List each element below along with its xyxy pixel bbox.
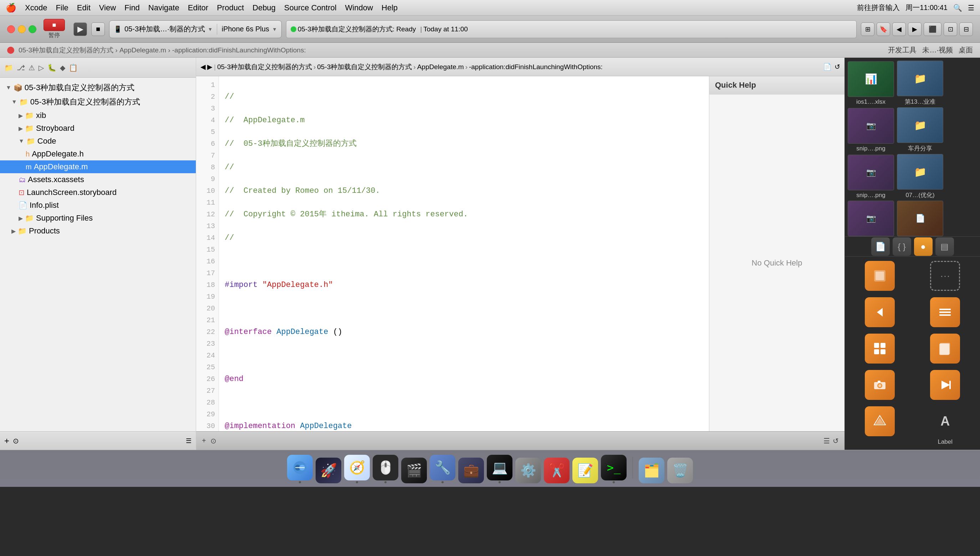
add-file-button[interactable]: + [4,436,9,446]
lib-btn-file[interactable]: 📄 [871,238,890,256]
lib-btn-media[interactable]: ▤ [935,238,954,256]
layout-btn[interactable]: ⬛ [924,23,941,36]
menu-view[interactable]: View [99,3,116,13]
jump-path-2[interactable]: 05-3种加载自定义控制器的方式 [317,62,412,72]
git-icon[interactable]: ⎇ [17,63,25,72]
navigator-toggle[interactable]: ⊞ [861,23,875,36]
lib-item-collectionview[interactable] [849,334,910,366]
dock-safari[interactable]: 🧭 [344,455,370,483]
thumb-item-3[interactable]: 📷 snip….png [848,108,894,152]
lib-item-camera[interactable] [849,370,910,402]
menu-file[interactable]: File [56,3,68,13]
jump-nav-next[interactable]: ▶ [207,63,212,71]
bottom-nav-icon[interactable]: ☰ [823,436,830,445]
jump-path-3[interactable]: AppDelegate.m [417,63,464,71]
dock-sysprefs[interactable]: ⚙️ [515,457,541,483]
test-icon[interactable]: ▷ [39,63,44,72]
jump-new-tab[interactable]: 📄 [823,63,832,71]
thumb-item-7[interactable]: 📷 snip….png [848,200,894,236]
jump-nav-prev[interactable]: ◀ [201,63,206,71]
jump-path-1[interactable]: 05-3种加载自定义控制器的方式 [217,62,312,72]
dock-mouse[interactable]: 🖱️ [373,455,398,483]
lib-item-back[interactable] [849,297,910,329]
warning-icon[interactable]: ⚠ [29,63,35,72]
menu-window[interactable]: Window [345,3,373,13]
tree-appdel-h[interactable]: h AppDelegate.h [0,147,196,160]
maximize-button[interactable] [29,25,36,33]
assistant-btn[interactable]: ⊡ [944,23,957,36]
tree-appdel-m[interactable]: m AppDelegate.m [0,160,196,173]
dock-apps[interactable]: 💼 [458,457,484,483]
thumb-item-4[interactable]: 📁 车丹分享 [897,107,943,152]
dock-terminal2[interactable]: >_ [601,455,627,483]
filter-bottom-icon[interactable]: ⊙ [211,436,217,445]
search-icon[interactable]: 🔍 [953,3,962,12]
scheme-selector[interactable]: 📱 05-3种加载…·制器的方式 ▼ iPhone 6s Plus ▼ [109,20,282,38]
tree-project-root[interactable]: ▼ 📦 05-3种加载自定义控制器的方式 [0,81,196,95]
apple-menu[interactable]: 🍎 [6,3,16,13]
tree-assets[interactable]: 🗂 Assets.xcassets [0,173,196,186]
dock-launchpad[interactable]: 🚀 [316,457,341,483]
tree-launchscreen[interactable]: ⊡ LaunchScreen.storyboard [0,186,196,199]
nav-settings-button[interactable]: ☰ [186,437,191,445]
tree-xib[interactable]: ▶ 📁 xib [0,109,196,122]
lib-item-scenekit[interactable] [849,406,910,446]
menu-edit[interactable]: Edit [77,3,91,13]
menu-editor[interactable]: Editor [188,3,208,13]
tree-products[interactable]: ▶ 📁 Products [0,225,196,238]
add-bottom-icon[interactable]: + [202,436,206,445]
dock-notes[interactable]: 📝 [572,457,598,483]
menu-debug[interactable]: Debug [253,3,276,13]
dock-finder[interactable] [287,455,313,483]
menu-help[interactable]: Help [382,3,398,13]
minimize-button[interactable] [18,25,26,33]
tree-supporting[interactable]: ▶ 📁 Supporting Files [0,212,196,225]
tree-stroyboard[interactable]: ▶ 📁 Stroyboard [0,122,196,135]
version-btn[interactable]: ⊟ [959,23,973,36]
nav-filter-button[interactable]: ⊙ [13,436,19,445]
input-method[interactable]: 前往拼音输入 [857,3,900,13]
menu-xcode[interactable]: Xcode [25,3,47,13]
lib-item-tableview[interactable] [915,297,976,329]
menu-source-control[interactable]: Source Control [284,3,337,13]
jump-refresh[interactable]: ↺ [834,63,840,71]
breakpoint-icon[interactable]: ◆ [60,63,65,72]
thumb-item-6[interactable]: 📁 07…(优化) [897,154,943,199]
bottom-info-icon[interactable]: ↺ [833,436,839,445]
thumb-item-1[interactable]: 📊 ios1….xlsx [848,61,894,105]
folder-icon[interactable]: 📁 [4,63,13,72]
report-icon[interactable]: 📋 [69,63,78,72]
nav-back-btn[interactable]: ◀ [892,23,906,36]
dock-xmind[interactable]: ✂️ [544,457,570,483]
thumb-item-2[interactable]: 📁 第13…业准 [897,61,943,106]
thumb-item-8[interactable]: 📄 KSI….aster [897,200,943,236]
dock-terminal1[interactable]: 💻 [487,455,512,483]
menu-extras[interactable]: ☰ [968,3,974,12]
dock-xcode[interactable]: 🔧 [430,455,455,483]
lib-btn-object[interactable]: ● [914,238,933,256]
bookmark-btn[interactable]: 🔖 [876,23,890,36]
thumb-item-5[interactable]: 📷 snip….png [848,155,894,199]
lib-item-pageview[interactable] [915,334,976,366]
close-button[interactable] [7,25,15,33]
code-text[interactable]: // // AppDelegate.m // 05-3种加载自定义控制器的方式 … [219,76,709,431]
tree-infoplist[interactable]: 📄 Info.plist [0,199,196,212]
debug-icon[interactable]: 🐛 [47,63,56,72]
lib-btn-code[interactable]: { } [893,238,911,256]
lib-item-label[interactable]: A Label [915,406,976,446]
build-stop-button[interactable]: ■ [91,23,105,36]
menu-product[interactable]: Product [217,3,244,13]
lib-item-viewcontroller[interactable] [849,261,910,293]
dock-trash[interactable]: 🗑️ [667,457,693,483]
nav-fwd-btn[interactable]: ▶ [908,23,922,36]
run-button[interactable]: ▶ [73,23,87,36]
jump-path-4[interactable]: -application:didFinishLaunchingWithOptio… [469,63,603,71]
menu-find[interactable]: Find [125,3,140,13]
dock-files[interactable]: 🗂️ [639,457,664,483]
menu-navigate[interactable]: Navigate [148,3,180,13]
code-editor[interactable]: 1 2 3 4 5 6 7 8 9 10 11 12 13 14 15 16 1 [196,76,709,431]
tree-code[interactable]: ▼ 📁 Code [0,135,196,147]
stop-button[interactable]: ■ [44,19,65,31]
dock-quicktime[interactable]: 🎬 [401,457,427,483]
lib-item-avplayer[interactable] [915,370,976,402]
